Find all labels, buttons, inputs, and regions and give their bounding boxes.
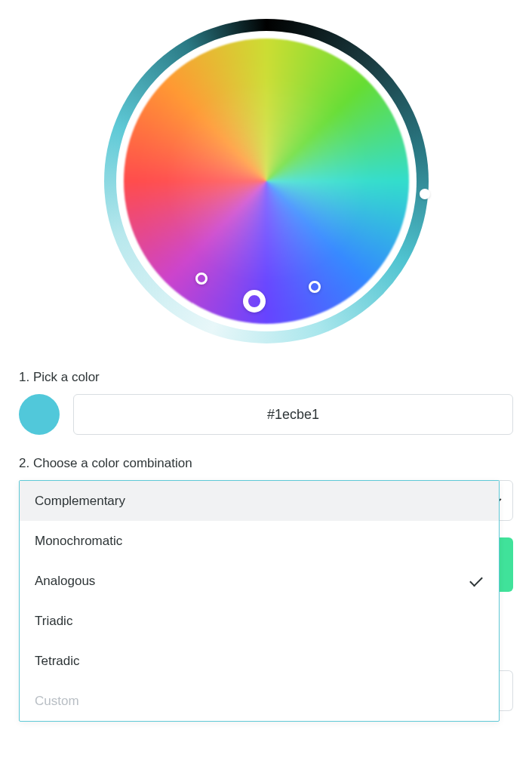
color-wheel[interactable] [19,19,513,343]
color-swatch[interactable] [19,394,60,435]
dropdown-option-triadic[interactable]: Triadic [20,601,499,641]
color-picker-aux-2[interactable] [309,281,321,293]
step-2-label: 2. Choose a color combination [19,456,513,471]
hex-input[interactable] [73,394,513,435]
option-label: Tetradic [35,654,80,669]
option-label: Monochromatic [35,534,122,549]
step-1-label: 1. Pick a color [19,370,513,385]
dropdown-option-complementary[interactable]: Complementary [20,481,499,521]
dropdown-option-monochromatic[interactable]: Monochromatic [20,521,499,561]
hue-disc[interactable] [124,38,409,324]
option-label: Complementary [35,494,125,509]
ring-handle[interactable] [420,189,430,199]
combination-dropdown: Complementary Monochromatic Analogous Tr… [19,480,500,722]
dropdown-option-analogous[interactable]: Analogous [20,561,499,601]
color-picker-aux-1[interactable] [195,273,208,285]
option-label: Custom [35,694,79,709]
check-icon [469,574,484,589]
option-label: Triadic [35,614,72,629]
dropdown-option-custom[interactable]: Custom [20,681,499,721]
color-picker-main[interactable] [243,290,266,313]
option-label: Analogous [35,574,95,589]
dropdown-option-tetradic[interactable]: Tetradic [20,641,499,681]
